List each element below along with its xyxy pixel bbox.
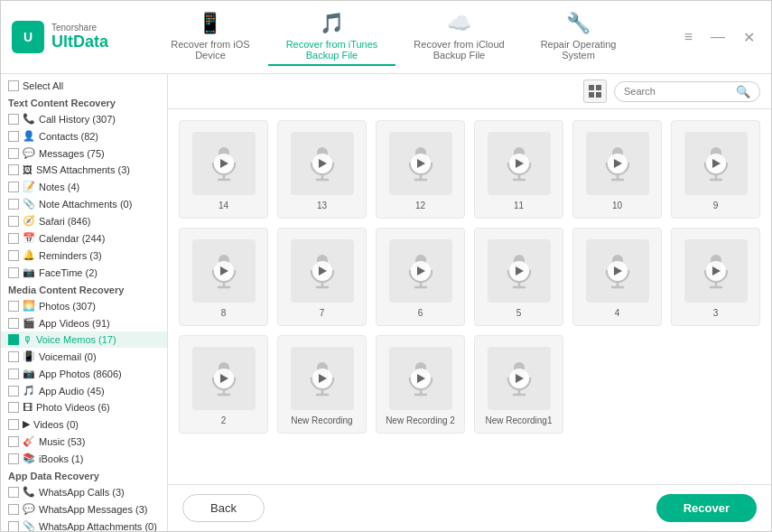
sidebar-item-whatsapp-attachments[interactable]: 📎 WhatsApp Attachments (0) (1, 518, 167, 531)
notes-checkbox[interactable] (8, 182, 19, 192)
sidebar-item-notes[interactable]: 📝 Notes (4) (1, 178, 167, 195)
calendar-checkbox[interactable] (8, 233, 19, 244)
sidebar-item-calendar[interactable]: 📅 Calendar (244) (1, 229, 167, 247)
ibooks-checkbox[interactable] (8, 453, 19, 464)
sidebar-item-music[interactable]: 🎸 Music (53) (1, 433, 167, 450)
reminders-checkbox[interactable] (8, 250, 19, 261)
safari-checkbox[interactable] (8, 216, 19, 227)
call-history-checkbox[interactable] (8, 114, 19, 125)
grid-item-7[interactable]: 7 (277, 228, 367, 326)
voice-memos-checkbox[interactable] (8, 334, 19, 345)
voice-memos-icon: 🎙 (23, 334, 33, 345)
sidebar-item-app-audio[interactable]: 🎵 App Audio (45) (1, 382, 167, 399)
sidebar-item-app-videos[interactable]: 🎬 App Videos (91) (1, 314, 167, 331)
back-button[interactable]: Back (182, 494, 265, 522)
messages-checkbox[interactable] (8, 148, 19, 159)
music-checkbox[interactable] (8, 436, 19, 447)
sidebar-item-ibooks[interactable]: 📚 iBooks (1) (1, 450, 167, 467)
menu-button[interactable]: ≡ (679, 27, 698, 47)
play-button[interactable] (214, 154, 234, 173)
play-button[interactable] (706, 154, 726, 173)
grid-item-nr1[interactable]: New Recording1 (474, 335, 563, 434)
play-triangle-icon (614, 266, 622, 275)
play-button[interactable] (706, 261, 726, 281)
sidebar-item-whatsapp-messages[interactable]: 💬 WhatsApp Messages (3) (1, 500, 167, 518)
voicemail-checkbox[interactable] (8, 351, 19, 362)
whatsapp-messages-icon: 💬 (23, 503, 35, 515)
sidebar-item-contacts[interactable]: 👤 Contacts (82) (1, 127, 167, 145)
close-button[interactable]: ✕ (738, 27, 760, 48)
play-button[interactable] (509, 261, 529, 281)
app-videos-label: App Videos (91) (39, 318, 110, 329)
grid-item-4[interactable]: 4 (572, 228, 662, 326)
sidebar-item-photo-videos[interactable]: 🎞 Photo Videos (6) (1, 399, 167, 415)
grid-item-11[interactable]: 11 (474, 120, 563, 219)
sms-attachments-label: SMS Attachments (3) (36, 164, 130, 175)
grid-item-3[interactable]: 3 (671, 228, 760, 326)
sidebar-item-whatsapp-calls[interactable]: 📞 WhatsApp Calls (3) (1, 483, 167, 500)
play-button[interactable] (411, 369, 431, 388)
grid-item-14[interactable]: 14 (179, 120, 268, 219)
grid-item-label: 4 (615, 308, 620, 318)
sidebar-item-note-attachments[interactable]: 📎 Note Attachments (0) (1, 195, 167, 212)
play-button[interactable] (608, 261, 628, 281)
sidebar-item-voicemail[interactable]: 📳 Voicemail (0) (1, 348, 167, 365)
videos-checkbox[interactable] (8, 419, 19, 430)
play-button[interactable] (608, 154, 628, 173)
sms-attachments-checkbox[interactable] (8, 164, 19, 175)
grid-item-10[interactable]: 10 (572, 120, 662, 219)
play-button[interactable] (312, 369, 332, 388)
sidebar-item-facetime[interactable]: 📷 FaceTime (2) (1, 264, 167, 281)
whatsapp-messages-checkbox[interactable] (8, 504, 19, 515)
photos-checkbox[interactable] (8, 301, 19, 312)
grid-item-5[interactable]: 5 (474, 228, 563, 326)
play-button[interactable] (214, 369, 234, 388)
sidebar-item-app-photos[interactable]: 📷 App Photos (8606) (1, 365, 167, 382)
tab-icloud-label: Recover from iCloud Backup File (414, 39, 504, 61)
tab-repair[interactable]: 🔧 Repair Operating System (523, 8, 635, 66)
whatsapp-calls-checkbox[interactable] (8, 487, 19, 498)
whatsapp-attachments-checkbox[interactable] (8, 521, 19, 532)
tab-itunes[interactable]: 🎵 Recover from iTunes Backup File (268, 8, 396, 66)
play-button[interactable] (509, 154, 529, 173)
contacts-checkbox[interactable] (8, 131, 19, 142)
grid-item-8[interactable]: 8 (179, 228, 268, 326)
sidebar-item-messages[interactable]: 💬 Messages (75) (1, 145, 167, 162)
app-photos-checkbox[interactable] (8, 369, 19, 379)
sidebar-item-safari[interactable]: 🧭 Safari (846) (1, 212, 167, 229)
sidebar-item-sms-attachments[interactable]: 🖼 SMS Attachments (3) (1, 162, 167, 178)
select-all-item[interactable]: Select All (1, 78, 167, 94)
grid-item-nr[interactable]: New Recording (277, 335, 367, 434)
grid-view-button[interactable] (583, 79, 607, 103)
select-all-checkbox[interactable] (8, 80, 19, 91)
play-triangle-icon (417, 266, 425, 275)
grid-item-nr2[interactable]: New Recording 2 (376, 335, 465, 434)
grid-item-6[interactable]: 6 (376, 228, 465, 326)
play-button[interactable] (411, 154, 431, 173)
tab-ios[interactable]: 📱 Recover from iOS Device (153, 8, 267, 66)
play-button[interactable] (509, 369, 529, 388)
recover-button[interactable]: Recover (656, 494, 757, 522)
sidebar-item-photos[interactable]: 🌅 Photos (307) (1, 297, 167, 314)
sidebar-item-call-history[interactable]: 📞 Call History (307) (1, 110, 167, 127)
minimize-button[interactable]: — (705, 27, 730, 47)
play-button[interactable] (214, 261, 234, 281)
play-button[interactable] (411, 261, 431, 281)
sidebar-item-reminders[interactable]: 🔔 Reminders (3) (1, 247, 167, 264)
app-videos-checkbox[interactable] (8, 318, 19, 329)
search-input[interactable] (624, 86, 732, 97)
photo-videos-checkbox[interactable] (8, 402, 19, 413)
play-button[interactable] (312, 261, 332, 281)
note-attachments-checkbox[interactable] (8, 199, 19, 210)
app-audio-checkbox[interactable] (8, 386, 19, 397)
grid-item-12[interactable]: 12 (376, 120, 465, 219)
tab-icloud[interactable]: ☁️ Recover from iCloud Backup File (395, 8, 522, 66)
grid-item-13[interactable]: 13 (277, 120, 367, 219)
sidebar-item-videos[interactable]: ▶ Videos (0) (1, 415, 167, 433)
grid-item-9[interactable]: 9 (671, 120, 760, 219)
voice-memo-thumb (684, 132, 748, 195)
grid-item-2[interactable]: 2 (179, 335, 268, 434)
facetime-checkbox[interactable] (8, 267, 19, 278)
sidebar-item-voice-memos[interactable]: 🎙 Voice Memos (17) (1, 331, 167, 348)
play-button[interactable] (312, 154, 332, 173)
